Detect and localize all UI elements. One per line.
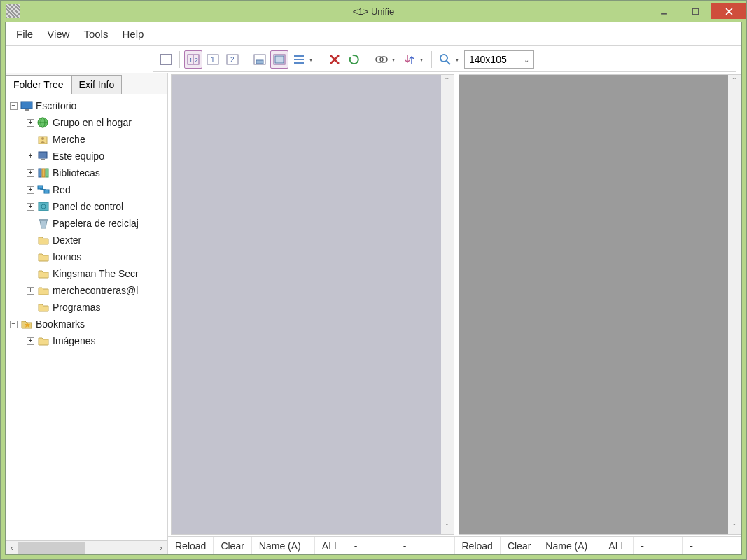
- tab-exif-info[interactable]: Exif Info: [71, 75, 123, 94]
- delete-icon[interactable]: [326, 50, 344, 69]
- close-button[interactable]: [711, 4, 746, 19]
- link-dropdown[interactable]: ▾: [392, 57, 399, 63]
- tree-item-label: Panel de control: [53, 201, 123, 212]
- left-pane-surface[interactable]: [172, 75, 441, 534]
- tree-item[interactable]: +Este equipo: [6, 148, 167, 164]
- tree-item-label: Dexter: [53, 234, 81, 246]
- status-filter[interactable]: ALL: [601, 537, 634, 554]
- fit-window-icon[interactable]: [251, 50, 269, 69]
- expand-icon[interactable]: +: [27, 287, 34, 295]
- refresh-icon[interactable]: [345, 50, 363, 69]
- svg-point-32: [41, 137, 44, 140]
- tree-item[interactable]: −Escritorio: [6, 97, 167, 114]
- dual-pane-icon[interactable]: 12: [184, 50, 202, 69]
- cpl-icon: [37, 201, 50, 212]
- left-pane[interactable]: ˆ ˇ: [171, 74, 454, 535]
- tree-item[interactable]: Papelera de reciclaj: [6, 215, 167, 232]
- tree-item[interactable]: +Panel de control: [6, 198, 167, 215]
- folder-icon: [37, 285, 50, 296]
- svg-rect-43: [39, 219, 48, 220]
- scroll-right-icon[interactable]: ›: [155, 542, 167, 554]
- titlebar[interactable]: <1> Unifie: [1, 1, 746, 22]
- pane1-icon[interactable]: 1: [204, 50, 222, 69]
- link-icon[interactable]: [372, 50, 391, 69]
- tree-item[interactable]: Merche: [6, 131, 167, 148]
- bin-icon: [37, 218, 50, 229]
- right-pane[interactable]: ˆ ˇ: [459, 74, 742, 535]
- tree-item[interactable]: Kingsman The Secr: [6, 265, 167, 282]
- thumbnail-size-select[interactable]: 140x105 ⌄: [464, 50, 534, 69]
- status-reload[interactable]: Reload: [168, 537, 214, 554]
- svg-rect-35: [39, 169, 41, 177]
- maximize-button[interactable]: [680, 4, 711, 19]
- status-clear[interactable]: Clear: [214, 537, 251, 554]
- single-pane-icon[interactable]: [157, 50, 175, 69]
- collapse-icon[interactable]: −: [10, 102, 18, 110]
- window-controls: [648, 4, 746, 19]
- right-pane-surface[interactable]: [459, 75, 729, 534]
- status-sort[interactable]: Name (A): [252, 537, 315, 554]
- horizontal-scrollbar[interactable]: ‹ ›: [6, 540, 167, 554]
- status-dash2: -: [396, 537, 455, 554]
- scroll-track[interactable]: [18, 542, 155, 554]
- tree-item-label: Iconos: [53, 251, 81, 262]
- lib-icon: [37, 167, 50, 178]
- status-dash2: -: [683, 537, 741, 554]
- folder-tree[interactable]: −Escritorio+Grupo en el hogarMerche+Este…: [6, 94, 167, 540]
- menu-help[interactable]: Help: [116, 25, 150, 43]
- tree-item[interactable]: −Bookmarks: [6, 316, 167, 332]
- tree-item-label: Imágenes: [53, 335, 95, 346]
- minimize-button[interactable]: [648, 4, 680, 19]
- menu-tools[interactable]: Tools: [77, 25, 114, 43]
- fit-screen-icon[interactable]: [270, 50, 288, 69]
- expand-icon[interactable]: +: [27, 119, 34, 127]
- status-sort[interactable]: Name (A): [538, 537, 601, 554]
- tree-item[interactable]: +Red: [6, 181, 167, 198]
- svg-text:2: 2: [195, 57, 198, 64]
- zoom-dropdown[interactable]: ▾: [456, 57, 463, 63]
- expand-icon[interactable]: +: [27, 153, 34, 160]
- status-clear[interactable]: Clear: [501, 537, 538, 554]
- expand-icon[interactable]: +: [27, 203, 34, 211]
- user-icon: [37, 134, 50, 145]
- size-value: 140x105: [469, 54, 507, 65]
- scroll-down-icon[interactable]: ˇ: [733, 522, 736, 533]
- list-dropdown[interactable]: ▾: [309, 57, 316, 63]
- tree-item[interactable]: +merchecontreras@l: [6, 282, 167, 299]
- expand-icon[interactable]: +: [27, 337, 34, 345]
- vertical-scrollbar[interactable]: ˆ ˇ: [728, 75, 741, 534]
- sort-icon[interactable]: [400, 50, 419, 69]
- separator: [368, 51, 368, 68]
- vertical-scrollbar[interactable]: ˆ ˇ: [441, 75, 454, 534]
- scroll-thumb[interactable]: [18, 542, 85, 554]
- separator: [321, 51, 321, 68]
- separator: [246, 51, 246, 68]
- panes: ˆ ˇ ˆ ˇ Reload: [168, 73, 741, 554]
- tree-item[interactable]: Iconos: [6, 248, 167, 265]
- tree-item[interactable]: +Grupo en el hogar: [6, 114, 167, 131]
- sort-dropdown[interactable]: ▾: [420, 57, 427, 63]
- scroll-up-icon[interactable]: ˆ: [445, 76, 448, 87]
- tree-item[interactable]: Dexter: [6, 232, 167, 248]
- expand-icon[interactable]: +: [27, 169, 34, 177]
- scroll-left-icon[interactable]: ‹: [6, 542, 18, 554]
- svg-text:1: 1: [211, 56, 215, 64]
- expand-icon[interactable]: +: [27, 186, 34, 194]
- tree-item[interactable]: +Imágenes: [6, 332, 167, 349]
- status-reload[interactable]: Reload: [455, 537, 501, 554]
- svg-text:1: 1: [189, 57, 193, 64]
- collapse-icon[interactable]: −: [10, 321, 18, 328]
- tree-item[interactable]: +Bibliotecas: [6, 164, 167, 181]
- tab-folder-tree[interactable]: Folder Tree: [6, 75, 71, 94]
- list-icon[interactable]: [290, 50, 308, 69]
- tree-item-label: merchecontreras@l: [53, 285, 138, 296]
- menu-file[interactable]: File: [10, 25, 39, 43]
- monitor-icon: [20, 100, 33, 111]
- status-filter[interactable]: ALL: [315, 537, 347, 554]
- zoom-icon[interactable]: [436, 50, 454, 69]
- pane2-icon[interactable]: 2: [223, 50, 242, 69]
- tree-item[interactable]: Programas: [6, 299, 167, 316]
- scroll-down-icon[interactable]: ˇ: [445, 522, 448, 533]
- scroll-up-icon[interactable]: ˆ: [733, 76, 736, 87]
- menu-view[interactable]: View: [41, 25, 76, 43]
